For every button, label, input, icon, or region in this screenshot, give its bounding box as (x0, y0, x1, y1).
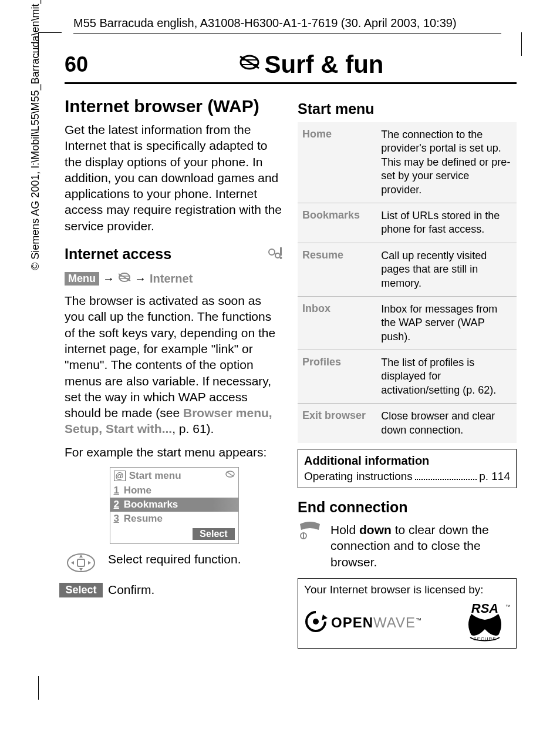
menu-desc: List of URLs stored in the phone for fas… (376, 203, 517, 243)
instruction-confirm-text: Confirm. (108, 583, 284, 597)
surf-icon-small (118, 271, 131, 287)
heading-start-menu: Start menu (298, 100, 517, 117)
crop-mark-bl (38, 676, 62, 700)
screen-item-resume: 3 Resume (110, 512, 238, 526)
table-row: ResumeCall up recently visited pages tha… (298, 243, 517, 296)
license-logos: OPENWAVE™ RSA ™ SECURE (304, 601, 510, 645)
svg-marker-23 (322, 615, 328, 620)
softkey-select: Select (193, 528, 234, 540)
phone-screen-mock: @ Start menu 1 Home 2 Bookmarks 3 Resume… (110, 467, 239, 544)
openwave-icon (304, 610, 328, 636)
at-icon: @ (114, 471, 126, 481)
menu-badge: Menu (65, 272, 99, 286)
right-column: Start menu HomeThe connection to the pro… (298, 96, 517, 649)
svg-marker-19 (71, 561, 74, 565)
navigation-key-icon (65, 552, 97, 573)
hangup-key-icon (298, 522, 322, 543)
openwave-logo: OPENWAVE™ (304, 610, 422, 636)
page-header: 60 Surf & fun (65, 51, 517, 84)
screen-softkey-row: Select (110, 526, 238, 543)
svg-text:™: ™ (505, 604, 510, 609)
screen-title: Start menu (129, 470, 181, 482)
screen-titlebar: @ Start menu (110, 468, 238, 483)
page-title-text: Surf & fun (265, 51, 384, 79)
svg-point-8 (280, 257, 282, 259)
content-columns: Internet browser (WAP) Get the latest in… (65, 96, 517, 649)
heading-end-connection: End connection (298, 499, 517, 516)
svg-rect-16 (77, 559, 85, 566)
instruction-confirm: Select Confirm. (65, 583, 284, 597)
additional-info-box: Additional information Operating instruc… (298, 449, 517, 488)
instruction-navigate-text: Select required function. (108, 552, 284, 566)
path-internet-label: Internet (150, 272, 193, 286)
svg-point-24 (313, 619, 319, 624)
select-badge-icon: Select (65, 583, 97, 597)
page-body: 60 Surf & fun Internet browser (WAP) Get… (65, 51, 517, 649)
svg-point-4 (269, 249, 275, 255)
start-menu-table: HomeThe connection to the provider's por… (298, 122, 517, 443)
license-line: Your Internet browser is licensed by: (304, 583, 510, 596)
table-row: BookmarksList of URLs stored in the phon… (298, 203, 517, 243)
svg-marker-18 (79, 568, 83, 571)
table-row: ProfilesThe list of profiles is displaye… (298, 350, 517, 404)
svg-line-14 (227, 472, 234, 476)
menu-label: Profiles (298, 350, 376, 404)
heading-wap: Internet browser (WAP) (65, 96, 284, 117)
internet-access-heading-row: Internet access (65, 241, 284, 267)
menu-label: Inbox (298, 296, 376, 350)
svg-rect-7 (280, 247, 282, 256)
example-line: For example the start menu appears: (65, 444, 284, 460)
surf-icon (239, 51, 260, 79)
end-connection-text: Hold down to clear down the connection a… (330, 522, 517, 570)
end-connection-row: Hold down to clear down the connection a… (298, 522, 517, 570)
menu-path: Menu → → Internet (65, 271, 284, 287)
menu-desc: Inbox for messages from the WAP server (… (376, 296, 517, 350)
menu-label: Resume (298, 243, 376, 296)
license-box: Your Internet browser is licensed by: OP… (298, 578, 517, 649)
svg-marker-17 (79, 555, 83, 558)
arrow-icon: → (134, 272, 146, 286)
menu-desc: Close browser and clear down connection. (376, 404, 517, 443)
additional-info-line: Operating instructions p. 114 (304, 470, 510, 483)
table-row: Exit browserClose browser and clear down… (298, 404, 517, 443)
arrow-icon: → (103, 272, 114, 286)
heading-internet-access: Internet access (65, 246, 171, 263)
instruction-navigate: Select required function. (65, 552, 284, 573)
svg-text:RSA: RSA (471, 601, 498, 616)
screen-item-bookmarks: 2 Bookmarks (110, 498, 238, 512)
additional-info-title: Additional information (304, 454, 510, 468)
menu-desc: Call up recently visited pages that are … (376, 243, 517, 296)
crop-mark-tl (38, 32, 62, 56)
page-number: 60 (65, 52, 106, 77)
activation-paragraph: The browser is activated as soon as you … (65, 293, 284, 437)
table-row: InboxInbox for messages from the WAP ser… (298, 296, 517, 350)
running-head: M55 Barracuda english, A31008-H6300-A1-1… (73, 16, 501, 34)
intro-paragraph: Get the latest information from the Inte… (65, 122, 284, 234)
surf-icon-small (225, 469, 235, 482)
page-title: Surf & fun (106, 51, 517, 79)
copyright-sidebar: © Siemens AG 2001, I:\Mobil\L55\M55_Barr… (29, 0, 42, 270)
svg-marker-20 (88, 561, 91, 565)
network-key-icon (267, 245, 284, 264)
svg-text:SECURE: SECURE (473, 636, 496, 642)
rsa-logo: RSA ™ SECURE (460, 601, 510, 645)
menu-desc: The connection to the provider's portal … (376, 122, 517, 203)
menu-label: Home (298, 122, 376, 203)
menu-label: Bookmarks (298, 203, 376, 243)
screen-item-home: 1 Home (110, 483, 238, 498)
menu-desc: The list of profiles is displayed for ac… (376, 350, 517, 404)
left-column: Internet browser (WAP) Get the latest in… (65, 96, 284, 649)
table-row: HomeThe connection to the provider's por… (298, 122, 517, 203)
menu-label: Exit browser (298, 404, 376, 443)
